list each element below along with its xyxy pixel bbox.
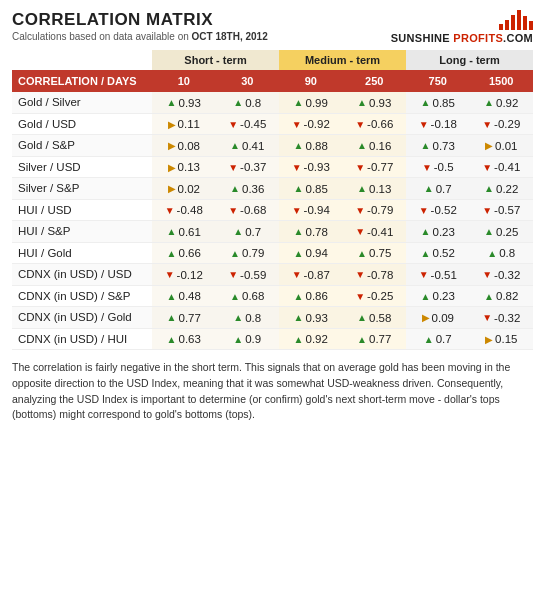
data-cell: ▲0.7 [406,178,470,200]
data-cell: ▲0.77 [343,328,407,350]
row-label: Gold / USD [12,113,152,135]
cell-value: -0.92 [304,118,330,130]
cell-value: 0.82 [496,290,518,302]
data-cell: ▼-0.41 [343,221,407,243]
cell-value: 0.58 [369,312,391,324]
direction-arrow: ▲ [424,334,434,345]
direction-arrow: ▲ [294,226,304,237]
data-cell: ▼-0.52 [406,199,470,221]
cell-value: 0.25 [496,226,518,238]
col-labels-row: CORRELATION / DAYS 10 30 90 250 750 1500 [12,70,533,92]
row-label: CDNX (in USD) / S&P [12,285,152,307]
cell-value: 0.78 [306,226,328,238]
cell-value: 0.92 [496,97,518,109]
table-row: Gold / USD▶0.11▼-0.45▼-0.92▼-0.66▼-0.18▼… [12,113,533,135]
cell-value: 0.77 [179,312,201,324]
cell-value: -0.29 [494,118,520,130]
table-row: CDNX (in USD) / USD▼-0.12▼-0.59▼-0.87▼-0… [12,264,533,286]
subtitle: Calculations based on data available on … [12,31,268,42]
direction-arrow: ▲ [484,183,494,194]
direction-arrow: ▲ [484,97,494,108]
direction-arrow: ▲ [167,97,177,108]
data-cell: ▲0.61 [152,221,216,243]
data-cell: ▲0.86 [279,285,343,307]
cell-value: 0.93 [306,312,328,324]
cell-value: -0.32 [494,312,520,324]
direction-arrow: ▲ [167,291,177,302]
data-cell: ▲0.77 [152,307,216,329]
table-row: CDNX (in USD) / Gold▲0.77▲0.8▲0.93▲0.58▶… [12,307,533,329]
data-cell: ▲0.8 [470,242,534,264]
direction-arrow: ▼ [482,312,492,323]
direction-arrow: ▲ [357,140,367,151]
cell-value: 0.92 [306,333,328,345]
logo-block: SUNSHINE PROFITS.COM [391,10,533,44]
cell-value: -0.51 [431,269,457,281]
direction-arrow: ▼ [419,269,429,280]
cell-value: 0.8 [245,97,261,109]
data-cell: ▲0.82 [470,285,534,307]
table-row: Silver / S&P▶0.02▲0.36▲0.85▲0.13▲0.7▲0.2… [12,178,533,200]
cell-value: -0.41 [367,226,393,238]
page-container: CORRELATION MATRIX Calculations based on… [0,0,545,433]
data-cell: ▼-0.68 [216,199,280,221]
cell-value: 0.94 [306,247,328,259]
direction-arrow: ▼ [292,269,302,280]
cell-value: -0.18 [431,118,457,130]
cell-value: 0.16 [369,140,391,152]
direction-arrow: ▶ [422,312,430,323]
direction-arrow: ▼ [355,226,365,237]
direction-arrow: ▲ [484,291,494,302]
direction-arrow: ▲ [421,97,431,108]
cell-value: 0.09 [432,312,454,324]
direction-arrow: ▲ [294,334,304,345]
row-label: CDNX (in USD) / USD [12,264,152,286]
data-cell: ▲0.23 [406,221,470,243]
direction-arrow: ▲ [424,183,434,194]
direction-arrow: ▲ [230,248,240,259]
row-label: Silver / USD [12,156,152,178]
data-cell: ▼-0.41 [470,156,534,178]
direction-arrow: ▼ [355,269,365,280]
data-cell: ▼-0.94 [279,199,343,221]
direction-arrow: ▼ [419,205,429,216]
direction-arrow: ▲ [421,140,431,151]
data-cell: ▲0.92 [279,328,343,350]
data-cell: ▲0.93 [343,92,407,113]
cell-value: 0.23 [433,226,455,238]
cell-value: -0.52 [431,204,457,216]
direction-arrow: ▲ [294,248,304,259]
cell-value: -0.93 [304,161,330,173]
direction-arrow: ▼ [482,119,492,130]
data-cell: ▲0.25 [470,221,534,243]
main-title: CORRELATION MATRIX [12,10,268,30]
logo-line-3 [511,15,515,30]
cell-value: 0.7 [436,333,452,345]
cell-value: -0.77 [367,161,393,173]
data-cell: ▼-0.37 [216,156,280,178]
data-cell: ▼-0.12 [152,264,216,286]
direction-arrow: ▼ [355,162,365,173]
data-cell: ▲0.79 [216,242,280,264]
data-cell: ▼-0.48 [152,199,216,221]
data-cell: ▲0.85 [279,178,343,200]
cell-value: -0.59 [240,269,266,281]
data-cell: ▶0.02 [152,178,216,200]
cell-value: 0.86 [306,290,328,302]
direction-arrow: ▼ [482,269,492,280]
empty-corner [12,50,152,70]
data-cell: ▲0.7 [406,328,470,350]
data-cell: ▲0.66 [152,242,216,264]
cell-value: 0.08 [178,140,200,152]
data-cell: ▼-0.79 [343,199,407,221]
direction-arrow: ▼ [422,162,432,173]
direction-arrow: ▶ [168,140,176,151]
direction-arrow: ▲ [233,226,243,237]
row-label: HUI / USD [12,199,152,221]
title-block: CORRELATION MATRIX Calculations based on… [12,10,268,42]
data-cell: ▲0.68 [216,285,280,307]
direction-arrow: ▲ [484,226,494,237]
cell-value: -0.78 [367,269,393,281]
data-cell: ▲0.48 [152,285,216,307]
row-label: Gold / Silver [12,92,152,113]
